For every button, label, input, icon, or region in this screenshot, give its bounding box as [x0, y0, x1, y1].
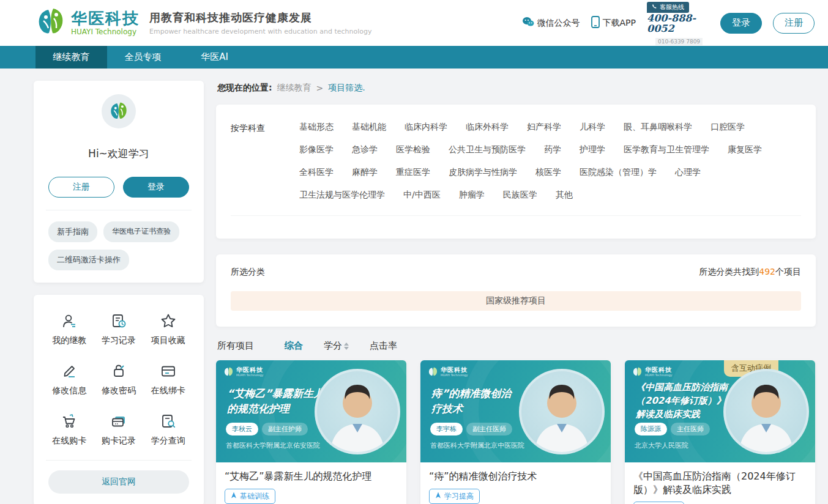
course-tag-label: 基础训练 — [240, 491, 269, 502]
slogan-cn: 用教育和科技推动医疗健康发展 — [149, 10, 372, 25]
category-link[interactable]: 麻醉学 — [352, 167, 378, 178]
category-link[interactable]: 重症医学 — [396, 167, 430, 178]
menu-study-records[interactable]: 学习记录 — [94, 312, 144, 346]
course-thumbnail[interactable]: 华医科技 HUAYI Technology 痔”的精准微创治 疗技术 李宇栋 副… — [420, 360, 611, 462]
qrcode-card-activation-link[interactable]: 二维码激活卡操作 — [48, 250, 129, 270]
course-title[interactable]: “艾梅乙”暴露新生儿的规范化护理 — [225, 470, 398, 483]
login-button[interactable]: 登录 — [720, 13, 762, 34]
wechat-icon — [522, 17, 534, 29]
user-icon — [45, 312, 94, 330]
category-link[interactable]: 护理学 — [580, 144, 605, 155]
category-link[interactable]: 康复医学 — [728, 144, 762, 155]
category-link[interactable]: 全科医学 — [299, 167, 334, 178]
category-link[interactable]: 儿科学 — [580, 122, 605, 133]
sort-click-rate[interactable]: 点击率 — [370, 340, 397, 352]
breadcrumb-separator: > — [316, 83, 324, 93]
category-link[interactable]: 皮肤病学与性病学 — [449, 167, 517, 178]
lock-pencil-icon — [94, 362, 144, 380]
menu-project-favorites[interactable]: 项目收藏 — [143, 312, 193, 346]
filter-label: 按学科查 — [231, 122, 299, 201]
category-link[interactable]: 中/中西医 — [403, 190, 441, 201]
course-card[interactable]: 华医科技 HUAYI Technology 含互动病例 《中国高血压防治指南 （… — [625, 360, 815, 504]
category-link[interactable]: 临床外科学 — [466, 122, 509, 133]
selected-category-panel: 所选分类 所选分类共找到492个项目 国家级推荐项目 — [216, 254, 816, 327]
menu-online-card-binding[interactable]: 在线绑卡 — [143, 362, 193, 396]
category-link[interactable]: 肿瘤学 — [459, 190, 485, 201]
course-card[interactable]: 华医科技 HUAYI Technology 痔”的精准微创治 疗技术 李宇栋 副… — [420, 360, 611, 504]
category-link[interactable]: 口腔医学 — [711, 122, 745, 133]
menu-card-purchase-records[interactable]: 购卡记录 — [94, 412, 144, 447]
thumbnail-brand-logo: 华医科技 HUAYI Technology — [428, 366, 468, 377]
sidebar-login-button[interactable]: 登录 — [123, 177, 189, 198]
avatar — [102, 94, 136, 128]
certificate-check-link[interactable]: 华医电子证书查验 — [103, 221, 179, 242]
result-prefix: 所选分类共找到 — [699, 267, 759, 276]
course-title[interactable]: “痔”的精准微创治疗技术 — [429, 470, 602, 483]
category-link[interactable]: 医院感染（管理）学 — [580, 167, 657, 178]
result-count: 492 — [759, 267, 775, 276]
category-link[interactable]: 药学 — [544, 144, 561, 155]
document-clock-icon — [94, 312, 144, 330]
sort-all-projects[interactable]: 所有项目 — [217, 340, 254, 352]
category-link[interactable]: 心理学 — [675, 167, 701, 178]
result-suffix: 个项目 — [775, 267, 801, 276]
menu-online-card-purchase[interactable]: 在线购卡 — [45, 412, 94, 447]
doctor-name-badge: 李秋云 — [226, 423, 258, 435]
hospital-name: 首都医科大学附属北京佑安医院 — [226, 441, 320, 450]
category-link[interactable]: 核医学 — [535, 167, 561, 178]
sort-composite[interactable]: 综合 — [285, 340, 303, 352]
thumb-brand-en: HUAYI Technology — [441, 373, 468, 377]
national-recommended-banner[interactable]: 国家级推荐项目 — [231, 291, 801, 311]
breadcrumb-parent[interactable]: 继续教育 — [277, 83, 311, 94]
menu-credit-inquiry[interactable]: 学分查询 — [143, 412, 193, 447]
sort-credit[interactable]: 学分 — [324, 340, 349, 352]
category-link[interactable]: 眼、耳鼻咽喉科学 — [624, 122, 692, 133]
category-link[interactable]: 基础机能 — [352, 122, 386, 133]
menu-my-continuing-education[interactable]: 我的继教 — [45, 312, 94, 346]
category-link[interactable]: 民族医学 — [503, 190, 537, 201]
course-thumbnail[interactable]: 华医科技 HUAYI Technology “艾梅乙”暴露新生儿 的规范化护理 … — [216, 360, 406, 462]
sidebar-register-button[interactable]: 注册 — [48, 177, 114, 198]
nav-tab-continuing-education[interactable]: 继续教育 — [35, 46, 107, 69]
course-title[interactable]: 《中国高血压防治指南（2024年修订版）》解读及临床实践 — [633, 470, 807, 496]
brand-logo[interactable]: 华医科技 HUAYI Technology — [35, 6, 140, 40]
download-app-link[interactable]: 下载APP — [591, 16, 636, 30]
selected-category-label: 所选分类 — [231, 267, 265, 278]
shopping-cart-icon — [45, 412, 94, 431]
category-link[interactable]: 医学教育与卫生管理学 — [624, 144, 709, 155]
course-card[interactable]: 华医科技 HUAYI Technology “艾梅乙”暴露新生儿 的规范化护理 … — [216, 360, 406, 504]
sort-bar: 所有项目 综合 学分 点击率 — [217, 340, 815, 352]
course-thumbnail[interactable]: 华医科技 HUAYI Technology 含互动病例 《中国高血压防治指南 （… — [625, 360, 815, 462]
back-to-official-site-button[interactable]: 返回官网 — [48, 470, 189, 494]
category-list: 基础形态基础机能临床内科学临床外科学妇产科学儿科学眼、耳鼻咽喉科学口腔医学影像医… — [299, 122, 796, 201]
nav-tab-all-staff-special[interactable]: 全员专项 — [107, 46, 179, 69]
category-link[interactable]: 急诊学 — [352, 144, 378, 155]
main-nav: 继续教育 全员专项 华医AI — [0, 46, 828, 69]
hotline-phone-alt: 010-6339 7809 — [655, 38, 703, 45]
brand-leaves-icon — [35, 6, 66, 40]
welcome-text: Hi~欢迎学习 — [48, 147, 189, 161]
category-link[interactable]: 临床内科学 — [405, 122, 447, 133]
doctor-title-badge: 副主任护师 — [262, 423, 308, 435]
category-link[interactable]: 卫生法规与医学伦理学 — [299, 190, 385, 201]
doctor-title-badge: 主任医师 — [671, 423, 710, 435]
category-link[interactable]: 妇产科学 — [527, 122, 561, 133]
category-link[interactable]: 影像医学 — [299, 144, 334, 155]
category-link[interactable]: 公共卫生与预防医学 — [449, 144, 526, 155]
hotline-phone-main: 400-888-0052 — [647, 13, 709, 34]
result-count-text: 所选分类共找到492个项目 — [699, 267, 801, 278]
course-tag: 基础训练 — [225, 489, 275, 504]
wechat-link[interactable]: 微信公众号 — [522, 17, 580, 29]
category-link[interactable]: 其他 — [556, 190, 573, 201]
category-link[interactable]: 基础形态 — [299, 122, 334, 133]
register-button[interactable]: 注册 — [773, 13, 815, 34]
menu-change-password[interactable]: 修改密码 — [94, 362, 144, 396]
breadcrumb-current: 项目筛选. — [328, 83, 365, 94]
category-link[interactable]: 医学检验 — [396, 144, 430, 155]
divider — [46, 460, 192, 461]
nav-tab-huayi-ai[interactable]: 华医AI — [179, 46, 250, 69]
course-tag-label: 学习提高 — [444, 491, 474, 502]
beginner-guide-link[interactable]: 新手指南 — [48, 221, 97, 242]
doctor-photo — [723, 369, 809, 454]
menu-edit-info[interactable]: 修改信息 — [45, 362, 94, 396]
